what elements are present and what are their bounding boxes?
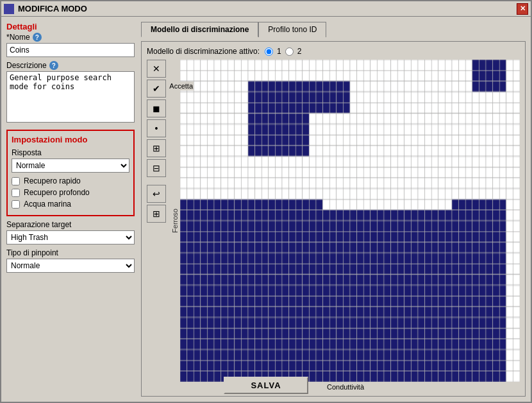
bottom-bar: SALVA bbox=[1, 372, 531, 397]
undo-button[interactable]: ↩ bbox=[147, 185, 166, 203]
cb1-label: Recupero rapido bbox=[24, 176, 81, 185]
dettagli-title: Dettagli bbox=[6, 22, 135, 31]
chart-with-y: Ferroso bbox=[171, 60, 520, 382]
checkbox-row: Recupero rapido bbox=[12, 176, 129, 185]
fill-button[interactable]: ⊞ bbox=[147, 139, 166, 157]
radio-2[interactable] bbox=[285, 47, 294, 56]
left-panel: Dettagli *Nome ? Descrizione ? Impostazi… bbox=[6, 22, 135, 397]
window-title: MODIFICA MODO bbox=[18, 4, 513, 13]
descrizione-input[interactable] bbox=[6, 71, 135, 123]
descrizione-label-row: Descrizione ? bbox=[6, 61, 135, 124]
risposta-label: Risposta bbox=[12, 148, 129, 157]
y-axis-label: Ferroso bbox=[171, 209, 179, 233]
separazione-label: Separazione target bbox=[6, 220, 135, 229]
close-button[interactable]: ✕ bbox=[517, 3, 528, 15]
save-button[interactable]: SALVA bbox=[224, 377, 308, 394]
name-input[interactable] bbox=[6, 43, 135, 57]
allcells-button[interactable]: ⊞ bbox=[147, 205, 166, 223]
radio-1[interactable] bbox=[265, 47, 273, 56]
cb3-label: Acqua marina bbox=[24, 200, 71, 209]
separazione-select[interactable]: High TrashLow TrashNormal bbox=[6, 230, 135, 244]
model-row: Modello di discriminazione attivo: 1 2 bbox=[147, 47, 520, 56]
tabs-row: Modello di discriminazioneProfilo tono I… bbox=[141, 22, 526, 37]
radio-1-label: 1 bbox=[277, 47, 281, 56]
impostazioni-section: Impostazioni modo Risposta NormaleRapida… bbox=[6, 130, 135, 216]
clear-button[interactable]: ✕ bbox=[147, 60, 166, 78]
checkbox-row: Recupero profondo bbox=[12, 188, 129, 197]
chart-wrapper: Ferroso Conduttività bbox=[171, 60, 520, 391]
checkboxes-group: Recupero rapidoRecupero profondoAcqua ma… bbox=[12, 176, 129, 209]
cb2[interactable] bbox=[12, 189, 20, 197]
pinpoint-label: Tipo di pinpoint bbox=[6, 248, 135, 257]
name-label: *Nome ? bbox=[6, 33, 135, 42]
pinpoint-section: Tipo di pinpoint NormalePreciso bbox=[6, 248, 135, 273]
cb3[interactable] bbox=[12, 200, 20, 209]
unfill-button[interactable]: ⊟ bbox=[147, 159, 166, 177]
window-icon bbox=[4, 4, 14, 14]
cb2-label: Recupero profondo bbox=[24, 188, 90, 197]
radio-group: 1 2 bbox=[265, 47, 301, 56]
model-row-label: Modello di discriminazione attivo: bbox=[147, 47, 260, 56]
tab-1[interactable]: Profilo tono ID bbox=[258, 22, 326, 37]
right-panel: Modello di discriminazioneProfilo tono I… bbox=[141, 22, 526, 397]
impostazioni-title: Impostazioni modo bbox=[12, 135, 129, 144]
main-window: MODIFICA MODO ✕ Dettagli *Nome ? Descriz… bbox=[0, 0, 532, 403]
grid-area: ✕✔Accetta◼•⊞⊟↩⊞ Ferroso Conduttività bbox=[147, 60, 520, 391]
titlebar: MODIFICA MODO ✕ bbox=[1, 1, 531, 17]
accept-button[interactable]: ✔Accetta bbox=[147, 80, 166, 98]
select-rect-button[interactable]: ◼ bbox=[147, 99, 166, 117]
descrizione-label: Descrizione ? bbox=[6, 61, 135, 70]
toolbar: ✕✔Accetta◼•⊞⊟↩⊞ bbox=[147, 60, 169, 391]
checkbox-row: Acqua marina bbox=[12, 200, 129, 209]
discrimination-grid[interactable] bbox=[180, 60, 520, 382]
y-label-container: Ferroso bbox=[171, 60, 179, 382]
cb1[interactable] bbox=[12, 177, 20, 185]
content-area: Dettagli *Nome ? Descrizione ? Impostazi… bbox=[1, 17, 531, 402]
pinpoint-select[interactable]: NormalePreciso bbox=[6, 259, 135, 273]
tab-content: Modello di discriminazione attivo: 1 2 ✕… bbox=[141, 41, 526, 397]
radio-2-label: 2 bbox=[297, 47, 302, 56]
dot-select-button[interactable]: • bbox=[147, 119, 166, 137]
tab-0[interactable]: Modello di discriminazione bbox=[141, 22, 258, 37]
dettagli-section: Dettagli *Nome ? Descrizione ? bbox=[6, 22, 135, 124]
descrizione-help-icon[interactable]: ? bbox=[49, 61, 58, 70]
risposta-select[interactable]: NormaleRapidaProfonda bbox=[12, 159, 129, 173]
name-help-icon[interactable]: ? bbox=[33, 33, 42, 42]
separazione-section: Separazione target High TrashLow TrashNo… bbox=[6, 220, 135, 244]
